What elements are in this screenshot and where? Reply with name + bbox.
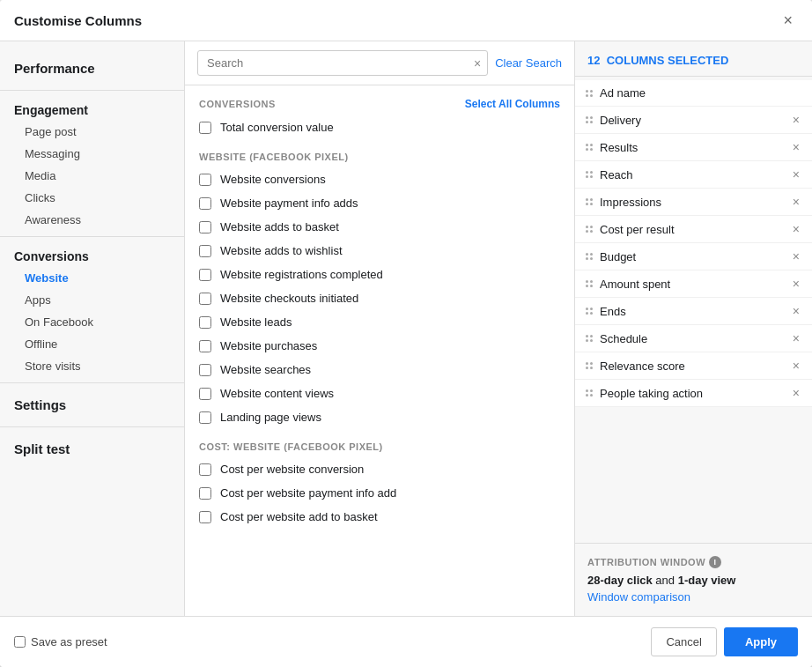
apply-button[interactable]: Apply	[724, 627, 798, 656]
columns-list: CONVERSIONSSelect All ColumnsTotal conve…	[185, 85, 574, 616]
column-row: Cost per website conversion	[185, 457, 574, 481]
column-row: Website content views	[185, 382, 574, 405]
cancel-button[interactable]: Cancel	[651, 627, 716, 656]
drag-handle[interactable]	[586, 280, 593, 287]
column-checkbox-website-conversions[interactable]	[199, 174, 211, 186]
column-checkbox-landing-page-views[interactable]	[199, 411, 211, 424]
modal-body: PerformanceEngagementPage postMessagingM…	[0, 41, 812, 616]
sidebar-item-apps[interactable]: Apps	[0, 289, 184, 311]
drag-handle[interactable]	[586, 198, 593, 205]
remove-column-button[interactable]: ×	[791, 331, 801, 345]
column-row: Landing page views	[185, 405, 574, 429]
sidebar-item-media[interactable]: Media	[0, 165, 184, 187]
selected-count: 12 COLUMNS SELECTED	[587, 54, 728, 67]
selected-row-impressions: Impressions×	[575, 189, 812, 216]
section-label-conversions: CONVERSIONSSelect All Columns	[185, 85, 574, 115]
sidebar-item-on-facebook[interactable]: On Facebook	[0, 311, 184, 333]
sidebar-item-messaging[interactable]: Messaging	[0, 143, 184, 165]
column-label: Website searches	[220, 363, 311, 376]
drag-handle[interactable]	[586, 144, 593, 151]
attribution-info-icon[interactable]: i	[709, 556, 721, 568]
column-checkbox-cost-per-website-add-to-basket[interactable]	[199, 511, 211, 523]
sidebar-item-settings[interactable]: Settings	[0, 389, 184, 421]
sidebar-group-conversions[interactable]: Conversions	[0, 242, 184, 267]
selected-item-label: Schedule	[600, 332, 784, 345]
sidebar-item-split-test[interactable]: Split test	[0, 433, 184, 465]
remove-column-button[interactable]: ×	[791, 195, 801, 209]
column-label: Landing page views	[220, 411, 321, 424]
search-input[interactable]	[197, 50, 488, 76]
column-checkbox-website-registrations-completed[interactable]	[199, 269, 211, 281]
selected-row-ad-name: Ad name	[575, 80, 812, 107]
column-checkbox-website-content-views[interactable]	[199, 388, 211, 400]
selected-row-ends: Ends×	[575, 298, 812, 325]
selected-item-label: Ends	[600, 305, 784, 318]
selected-item-label: People taking action	[600, 387, 784, 400]
drag-handle[interactable]	[586, 308, 593, 315]
selected-row-budget: Budget×	[575, 243, 812, 271]
sidebar-item-page-post[interactable]: Page post	[0, 121, 184, 143]
column-checkbox-website-leads[interactable]	[199, 316, 211, 329]
modal-title: Customise Columns	[14, 13, 142, 28]
attribution-text: 28-day click and 1-day view	[587, 574, 800, 587]
drag-handle[interactable]	[586, 90, 593, 97]
column-checkbox-website-purchases[interactable]	[199, 340, 211, 352]
clear-search-button[interactable]: Clear Search	[495, 56, 562, 70]
save-preset-checkbox[interactable]	[14, 636, 26, 648]
remove-column-button[interactable]: ×	[791, 359, 801, 373]
remove-column-button[interactable]: ×	[791, 249, 801, 263]
right-panel: 12 COLUMNS SELECTED Ad nameDelivery×Resu…	[574, 41, 812, 616]
modal-footer: Save as preset Cancel Apply	[0, 616, 812, 667]
column-checkbox-website-payment-info-adds[interactable]	[199, 197, 211, 210]
column-checkbox-website-checkouts-initiated[interactable]	[199, 293, 211, 305]
column-checkbox-cost-per-website-payment-info-add[interactable]	[199, 487, 211, 500]
remove-column-button[interactable]: ×	[791, 222, 801, 236]
column-row: Website payment info adds	[185, 191, 574, 215]
column-checkbox-website-searches[interactable]	[199, 364, 211, 376]
remove-column-button[interactable]: ×	[791, 113, 801, 127]
sidebar-item-performance[interactable]: Performance	[0, 52, 184, 85]
attribution-title: ATTRIBUTION WINDOW i	[587, 556, 800, 568]
save-preset-label[interactable]: Save as preset	[14, 635, 107, 648]
customise-columns-modal: Customise Columns × PerformanceEngagemen…	[0, 0, 812, 667]
select-all-button[interactable]: Select All Columns	[465, 98, 560, 110]
selected-count-label: COLUMNS SELECTED	[607, 54, 729, 67]
column-checkbox-total-conversion-value[interactable]	[199, 122, 211, 134]
subsection-label: WEBSITE (FACEBOOK PIXEL)	[185, 139, 574, 167]
footer-buttons: Cancel Apply	[651, 627, 798, 656]
sidebar-group-engagement[interactable]: Engagement	[0, 96, 184, 121]
column-checkbox-website-adds-to-wishlist[interactable]	[199, 245, 211, 257]
remove-column-button[interactable]: ×	[791, 304, 801, 318]
window-comparison-link[interactable]: Window comparison	[587, 590, 690, 604]
remove-column-button[interactable]: ×	[791, 140, 801, 154]
selected-row-delivery: Delivery×	[575, 107, 812, 134]
selected-count-number: 12	[587, 54, 600, 67]
remove-column-button[interactable]: ×	[791, 167, 801, 182]
search-clear-button[interactable]: ×	[474, 56, 481, 70]
drag-handle[interactable]	[586, 253, 593, 260]
drag-handle[interactable]	[586, 171, 593, 178]
drag-handle[interactable]	[586, 226, 593, 233]
selected-row-cost-per-result: Cost per result×	[575, 216, 812, 243]
drag-handle[interactable]	[586, 362, 593, 369]
sidebar-item-store-visits[interactable]: Store visits	[0, 355, 184, 377]
column-checkbox-website-adds-to-basket[interactable]	[199, 221, 211, 233]
drag-handle[interactable]	[586, 389, 593, 396]
modal-close-button[interactable]: ×	[778, 11, 798, 30]
column-label: Website adds to wishlist	[220, 244, 343, 257]
selected-item-label: Reach	[600, 168, 784, 182]
column-row: Website adds to basket	[185, 215, 574, 239]
remove-column-button[interactable]: ×	[791, 386, 801, 400]
sidebar-item-website[interactable]: Website	[0, 267, 184, 289]
column-row: Website registrations completed	[185, 263, 574, 286]
column-row: Website purchases	[185, 334, 574, 358]
selected-item-label: Impressions	[600, 196, 784, 209]
column-checkbox-cost-per-website-conversion[interactable]	[199, 463, 211, 476]
drag-handle[interactable]	[586, 116, 593, 123]
sidebar-item-offline[interactable]: Offline	[0, 333, 184, 355]
sidebar-item-clicks[interactable]: Clicks	[0, 187, 184, 209]
remove-column-button[interactable]: ×	[791, 277, 801, 291]
drag-handle[interactable]	[586, 335, 593, 342]
column-label: Website purchases	[220, 339, 317, 352]
sidebar-item-awareness[interactable]: Awareness	[0, 209, 184, 231]
